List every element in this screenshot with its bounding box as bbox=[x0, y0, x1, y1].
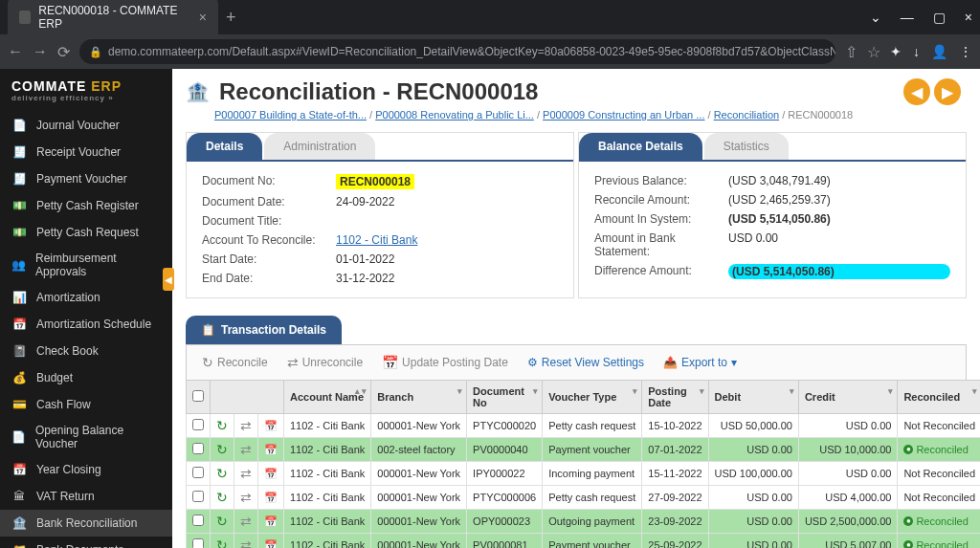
list-icon: 📋 bbox=[201, 323, 215, 337]
breadcrumb-item[interactable]: P000009 Constructing an Urban ... bbox=[543, 109, 704, 121]
table-row[interactable]: ↻⇄📅1102 - Citi Bank000001-New YorkPTYC00… bbox=[187, 486, 981, 510]
sidebar-item[interactable]: 📊Amortization bbox=[0, 284, 172, 311]
calendar-row-icon[interactable]: 📅 bbox=[258, 510, 284, 534]
reconcile-row-icon[interactable]: ↻ bbox=[211, 510, 234, 534]
row-checkbox[interactable] bbox=[187, 414, 211, 438]
window-down-icon[interactable]: ⌄ bbox=[870, 10, 881, 25]
export-button[interactable]: 📤Export to ▾ bbox=[656, 351, 745, 374]
header-reconciled[interactable]: Reconciled▾ bbox=[898, 381, 980, 414]
unreconcile-button[interactable]: ⇄Unreconcile bbox=[279, 351, 370, 374]
close-window-icon[interactable]: × bbox=[965, 10, 972, 25]
table-row[interactable]: ↻⇄📅1102 - Citi Bank000001-New YorkPTYC00… bbox=[187, 414, 981, 438]
profile-icon[interactable]: 👤 bbox=[931, 44, 947, 59]
row-checkbox[interactable] bbox=[187, 462, 211, 486]
sidebar-item[interactable]: 📓Check Book bbox=[0, 338, 172, 364]
tab-statistics[interactable]: Statistics bbox=[704, 133, 789, 160]
unreconcile-row-icon[interactable]: ⇄ bbox=[234, 510, 258, 534]
header-debit[interactable]: Debit▾ bbox=[708, 381, 798, 414]
header-vtype[interactable]: Voucher Type▾ bbox=[543, 381, 642, 414]
sidebar-item[interactable]: 📅Amortization Schedule bbox=[0, 311, 172, 338]
transaction-details-tab[interactable]: 📋 Transaction Details bbox=[186, 316, 342, 344]
sidebar-item[interactable]: 🧾Receipt Voucher bbox=[0, 139, 172, 165]
calendar-row-icon[interactable]: 📅 bbox=[258, 414, 284, 438]
extensions-icon[interactable]: ✦ bbox=[890, 44, 902, 59]
balance-panel: Balance Details Statistics Previous Bala… bbox=[578, 132, 967, 298]
sidebar-icon: 📊 bbox=[11, 290, 27, 305]
browser-tab[interactable]: RECN000018 - COMMATE ERP × bbox=[8, 0, 218, 38]
sidebar-item[interactable]: 🏦Bank Reconciliation bbox=[0, 510, 172, 537]
tab-details[interactable]: Details bbox=[187, 133, 262, 160]
sidebar-item[interactable]: 📄Opening Balance Voucher bbox=[0, 418, 172, 456]
sidebar-item[interactable]: 👥Reimbursement Approvals bbox=[0, 246, 172, 284]
reconcile-row-icon[interactable]: ↻ bbox=[211, 438, 234, 462]
calendar-row-icon[interactable]: 📅 bbox=[258, 438, 284, 462]
header-docno[interactable]: Document No▾ bbox=[467, 381, 543, 414]
sidebar-item[interactable]: 📅Year Closing bbox=[0, 456, 172, 483]
reconcile-button[interactable]: ↻Reconcile bbox=[194, 351, 276, 374]
breadcrumb-item[interactable]: Reconciliation bbox=[714, 109, 779, 121]
row-checkbox[interactable] bbox=[187, 438, 211, 462]
calendar-row-icon[interactable]: 📅 bbox=[258, 462, 284, 486]
reset-view-button[interactable]: ⚙Reset View Settings bbox=[520, 351, 652, 374]
cell-account: 1102 - Citi Bank bbox=[284, 438, 371, 462]
next-record-button[interactable]: ▶ bbox=[934, 78, 961, 105]
menu-icon[interactable]: ⋮ bbox=[959, 44, 972, 59]
download-icon[interactable]: ↓ bbox=[913, 44, 920, 59]
header-credit[interactable]: Credit▾ bbox=[798, 381, 898, 414]
maximize-icon[interactable]: ▢ bbox=[933, 10, 946, 25]
table-row[interactable]: ↻⇄📅1102 - Citi Bank002-steel factoryPV00… bbox=[187, 438, 981, 462]
sidebar-item[interactable]: 📁Bank Documents bbox=[0, 537, 172, 548]
forward-icon[interactable]: → bbox=[33, 43, 48, 60]
sidebar-item[interactable]: 📄Journal Voucher bbox=[0, 112, 172, 139]
reconcile-row-icon[interactable]: ↻ bbox=[211, 414, 234, 438]
unreconcile-row-icon[interactable]: ⇄ bbox=[234, 462, 258, 486]
calendar-row-icon[interactable]: 📅 bbox=[258, 486, 284, 510]
tab-administration[interactable]: Administration bbox=[264, 133, 375, 160]
table-row[interactable]: ↻⇄📅1102 - Citi Bank000001-New YorkIPY000… bbox=[187, 462, 981, 486]
cell-debit: USD 0.00 bbox=[708, 534, 798, 549]
sidebar-item[interactable]: 💵Petty Cash Register bbox=[0, 192, 172, 219]
sidebar-item[interactable]: 💳Cash Flow bbox=[0, 391, 172, 418]
tab-balance-details[interactable]: Balance Details bbox=[579, 133, 702, 160]
row-checkbox[interactable] bbox=[187, 534, 211, 549]
row-checkbox[interactable] bbox=[187, 510, 211, 534]
url-bar[interactable]: 🔒 demo.commateerp.com/Default.aspx#ViewI… bbox=[79, 39, 835, 64]
new-tab-button[interactable]: + bbox=[226, 8, 236, 28]
reconcile-row-icon[interactable]: ↻ bbox=[211, 462, 234, 486]
prev-record-button[interactable]: ◀ bbox=[903, 78, 930, 105]
main-content: 🏦 Reconciliation - RECN000018 ◀ ▶ P00000… bbox=[172, 69, 980, 548]
star-icon[interactable]: ☆ bbox=[867, 43, 880, 61]
header-checkbox[interactable] bbox=[187, 381, 211, 414]
account-label: Account To Reconcile: bbox=[202, 233, 336, 247]
sidebar-item[interactable]: 💵Petty Cash Request bbox=[0, 219, 172, 246]
minimize-icon[interactable]: — bbox=[901, 10, 914, 25]
sidebar-item[interactable]: 🏛VAT Return bbox=[0, 483, 172, 510]
header-account[interactable]: Account Name▴ ▾ bbox=[284, 381, 371, 414]
reload-icon[interactable]: ⟳ bbox=[57, 43, 70, 61]
reconcile-amount-value: (USD 2,465,259.37) bbox=[728, 193, 831, 207]
unreconcile-row-icon[interactable]: ⇄ bbox=[234, 486, 258, 510]
sidebar: COMMATE ERP delivering efficiency » 📄Jou… bbox=[0, 69, 172, 548]
reconcile-row-icon[interactable]: ↻ bbox=[211, 534, 234, 549]
sidebar-collapse-toggle[interactable]: ◀ bbox=[163, 268, 174, 291]
breadcrumb-item[interactable]: P000007 Building a State-of-th... bbox=[214, 109, 367, 121]
update-posting-date-button[interactable]: 📅Update Posting Date bbox=[374, 351, 516, 374]
header-pdate[interactable]: Posting Date▾ bbox=[642, 381, 708, 414]
unreconcile-row-icon[interactable]: ⇄ bbox=[234, 438, 258, 462]
unreconcile-row-icon[interactable]: ⇄ bbox=[234, 414, 258, 438]
sidebar-icon: 💰 bbox=[11, 370, 27, 385]
reconcile-row-icon[interactable]: ↻ bbox=[211, 486, 234, 510]
sidebar-item[interactable]: 💰Budget bbox=[0, 364, 172, 391]
breadcrumb-item[interactable]: P000008 Renovating a Public Li... bbox=[375, 109, 534, 121]
back-icon[interactable]: ← bbox=[8, 43, 23, 60]
table-row[interactable]: ↻⇄📅1102 - Citi Bank000001-New YorkPV0000… bbox=[187, 534, 981, 549]
table-row[interactable]: ↻⇄📅1102 - Citi Bank000001-New YorkOPY000… bbox=[187, 510, 981, 534]
share-icon[interactable]: ⇧ bbox=[845, 43, 858, 61]
row-checkbox[interactable] bbox=[187, 486, 211, 510]
sidebar-item[interactable]: 🧾Payment Voucher bbox=[0, 165, 172, 192]
account-value[interactable]: 1102 - Citi Bank bbox=[336, 233, 417, 247]
header-branch[interactable]: Branch▾ bbox=[371, 381, 467, 414]
unreconcile-row-icon[interactable]: ⇄ bbox=[234, 534, 258, 549]
calendar-row-icon[interactable]: 📅 bbox=[258, 534, 284, 549]
close-tab-icon[interactable]: × bbox=[199, 10, 207, 25]
